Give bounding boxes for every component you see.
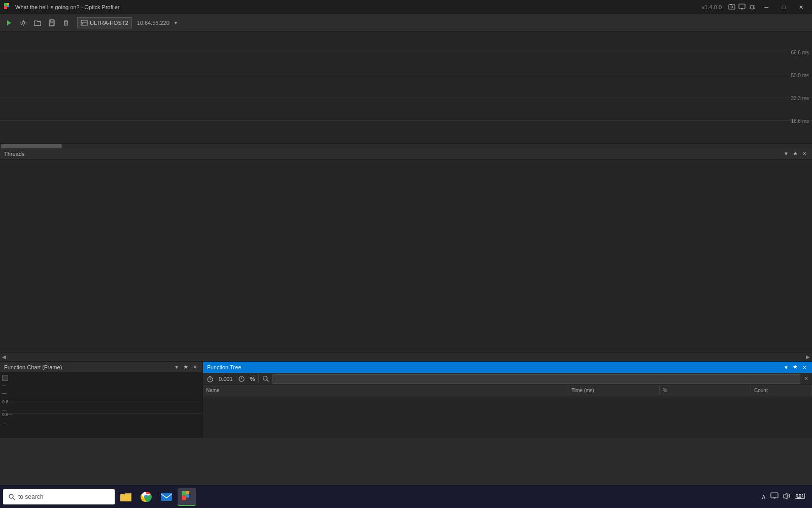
taskbar-chrome[interactable] [137,488,155,506]
function-chart-pin-btn[interactable] [182,364,189,371]
svg-rect-40 [186,491,189,494]
chart-y-line-08 [0,401,202,401]
scrollbar-thumb[interactable] [1,144,62,148]
bug-icon[interactable] [748,3,756,11]
svg-rect-3 [4,6,7,9]
play-button[interactable] [3,17,15,29]
save-button[interactable] [46,17,58,29]
minimize-button[interactable]: ─ [759,2,773,13]
close-button[interactable]: ✕ [794,2,808,13]
threads-bottom-nav: ◀ ▶ [0,352,812,361]
host-dropdown-arrow[interactable]: ▼ [174,20,178,25]
search-icon[interactable] [261,375,270,382]
taskbar: to search ∧ [0,485,812,508]
clock-alt-icon[interactable] [236,375,247,383]
host-selector[interactable]: ULTRA-HOST2 [77,17,132,28]
function-chart-content: — — 0.8— — 0.6— — [0,373,202,438]
tree-search-input[interactable] [273,374,800,384]
svg-rect-2 [7,5,9,7]
function-chart-header: Function Chart (Frame) ▼ ✕ [0,362,202,373]
taskbar-file-explorer[interactable] [117,488,135,506]
chart-label-08: 0.8— [2,399,13,404]
taskbar-optick[interactable] [178,488,196,506]
taskbar-email[interactable] [157,488,176,506]
svg-rect-56 [802,496,803,497]
delete-button[interactable] [60,17,72,29]
svg-rect-53 [797,496,798,497]
svg-line-12 [754,6,755,6]
chart-checkbox[interactable] [2,375,8,381]
threads-header: Threads ▼ ✕ [0,148,812,160]
version-label: v1.4.0.0 [702,4,722,10]
tray-keyboard[interactable] [795,493,805,500]
svg-rect-38 [161,493,172,501]
svg-rect-51 [802,494,803,495]
search-box[interactable]: to search [3,489,115,504]
tree-search-clear[interactable]: ✕ [802,375,810,382]
function-chart-actions: ▼ ✕ [173,364,198,371]
function-tree-actions: ▼ ✕ [783,364,808,371]
svg-rect-39 [182,491,186,496]
taskbar-right: ∧ [761,492,809,501]
svg-point-31 [263,376,267,380]
threads-pin-btn[interactable] [792,150,799,157]
svg-marker-17 [7,20,11,25]
tray-volume[interactable] [783,492,791,501]
chart-y-line-06 [0,414,202,414]
chart-label-06: 0.6— [2,412,13,417]
nav-left-arrow[interactable]: ◀ [2,354,6,360]
function-tree-title: Function Tree [207,364,241,370]
svg-rect-7 [739,4,745,9]
col-count: Count [751,385,812,396]
tree-column-header: Name Time (ms) % Count [203,385,812,396]
function-chart-close-btn[interactable]: ✕ [191,364,198,371]
open-button[interactable] [31,17,44,29]
bottom-panels: Function Chart (Frame) ▼ ✕ — — 0.8— — 0.… [0,362,812,438]
svg-rect-52 [796,496,797,497]
chart-tick-2: — [2,391,7,396]
threads-panel: Threads ▼ ✕ ◀ ▶ [0,148,812,362]
settings-button[interactable] [17,17,29,29]
host-ip: 10.64.56.220 [137,20,170,26]
app-icon [4,3,12,11]
svg-rect-47 [796,494,797,495]
threads-menu-btn[interactable]: ▼ [783,150,790,157]
function-chart-title: Function Chart (Frame) [4,364,62,370]
function-tree-header: Function Tree ▼ ✕ [203,362,812,373]
timer-value: 0.001 [217,376,234,382]
svg-rect-0 [4,3,7,6]
monitor-icon[interactable] [738,3,746,11]
svg-line-32 [267,380,269,382]
search-text: to search [18,493,43,500]
function-chart-panel: Function Chart (Frame) ▼ ✕ — — 0.8— — 0.… [0,362,203,438]
threads-close-btn[interactable]: ✕ [801,150,808,157]
title-text: What the hell is going on? - Optick Prof… [15,4,702,10]
col-time: Time (ms) [568,385,660,396]
time-label-2: 50.0 ms [791,73,809,78]
svg-rect-42 [182,495,186,500]
function-tree-content: Name Time (ms) % Count [203,385,812,438]
threads-title: Threads [4,151,24,157]
svg-rect-49 [799,494,800,495]
grid-line-1 [0,52,812,52]
timer-icon[interactable] [205,375,215,383]
threads-header-actions: ▼ ✕ [783,150,808,157]
function-tree-panel: Function Tree ▼ ✕ 0.001 % ✕ [203,362,812,438]
svg-line-16 [754,8,755,9]
col-name: Name [203,385,568,396]
function-tree-toolbar: 0.001 % ✕ [203,373,812,385]
function-tree-pin-btn[interactable] [792,364,799,371]
tray-display[interactable] [770,492,779,501]
function-tree-menu-btn[interactable]: ▼ [783,364,790,371]
maximize-button[interactable]: □ [776,2,791,13]
grid-line-4 [0,120,812,121]
svg-rect-43 [771,493,778,498]
function-tree-close-btn[interactable]: ✕ [801,364,808,371]
svg-point-5 [731,6,733,8]
tray-chevron[interactable]: ∧ [761,493,766,500]
function-chart-menu-btn[interactable]: ▼ [173,364,180,371]
top-scrollbar[interactable] [0,143,812,148]
svg-rect-6 [730,4,732,5]
nav-right-arrow[interactable]: ▶ [806,354,810,360]
screenshot-icon[interactable] [728,3,736,11]
